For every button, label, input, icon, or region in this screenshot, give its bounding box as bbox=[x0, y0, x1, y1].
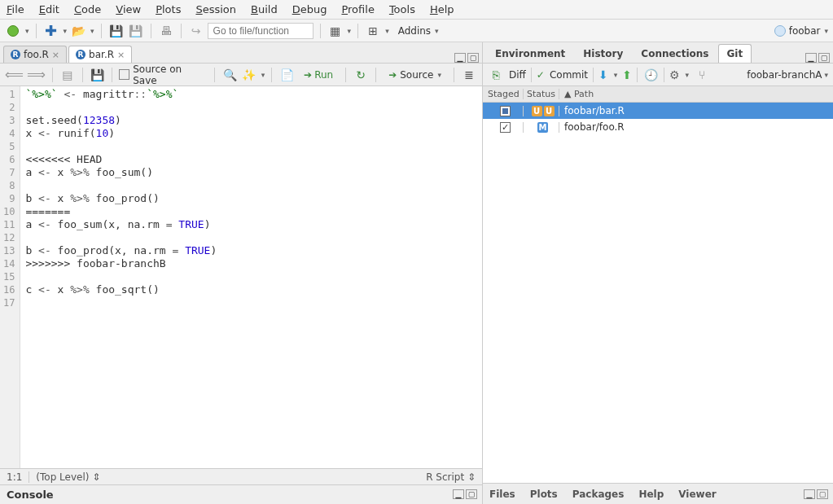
cursor-pos: 1:1 bbox=[7, 471, 22, 483]
wand-icon[interactable]: ✨ bbox=[241, 67, 257, 83]
compile-icon[interactable]: 📄 bbox=[278, 67, 295, 83]
close-icon[interactable]: × bbox=[52, 50, 59, 60]
push-icon[interactable]: ⬆ bbox=[622, 68, 632, 81]
git-path: foobar/foo.R bbox=[559, 121, 833, 133]
new-file-icon[interactable] bbox=[5, 23, 21, 39]
staged-checkbox[interactable] bbox=[500, 122, 511, 133]
minimize-icon[interactable]: ▁ bbox=[454, 53, 466, 63]
history-icon[interactable]: 🕘 bbox=[642, 67, 659, 83]
commit-check-icon: ✓ bbox=[537, 69, 545, 81]
goto-file-input[interactable] bbox=[208, 23, 313, 39]
outline-icon[interactable]: ≣ bbox=[461, 67, 477, 83]
rerun-icon[interactable]: ↻ bbox=[353, 67, 369, 83]
tab-viewer[interactable]: Viewer bbox=[678, 489, 716, 500]
dropdown-icon[interactable]: ▾ bbox=[385, 27, 389, 35]
col-staged-header[interactable]: Staged bbox=[483, 89, 524, 99]
menu-file[interactable]: File bbox=[7, 3, 24, 15]
console-tab[interactable]: Console bbox=[7, 489, 54, 501]
top-right-tabs: EnvironmentHistoryConnectionsGit ▁ ▢ bbox=[483, 42, 833, 64]
status-U-icon: U bbox=[544, 106, 555, 116]
new-branch-icon[interactable]: ⑂ bbox=[694, 67, 710, 83]
code-editor[interactable]: 1234567891011121314151617 `%>%` <- magri… bbox=[0, 86, 482, 468]
scope-selector[interactable]: (Top Level) ⇕ bbox=[36, 471, 100, 483]
menu-help[interactable]: Help bbox=[430, 3, 454, 15]
tab-label: bar.R bbox=[89, 49, 114, 60]
tab-bar-R[interactable]: Rbar.R× bbox=[68, 46, 132, 63]
dropdown-icon[interactable]: ▾ bbox=[614, 71, 618, 79]
tab-environment[interactable]: Environment bbox=[486, 44, 574, 63]
back-icon[interactable]: ⟸ bbox=[5, 67, 24, 82]
git-row[interactable]: Mfoobar/foo.R bbox=[483, 119, 833, 135]
menu-debug[interactable]: Debug bbox=[292, 3, 327, 15]
maximize-icon[interactable]: ▢ bbox=[466, 489, 477, 499]
dropdown-icon[interactable]: ▾ bbox=[261, 71, 265, 79]
git-row[interactable]: UUfoobar/bar.R bbox=[483, 103, 833, 119]
menu-profile[interactable]: Profile bbox=[341, 3, 374, 15]
git-table-header: Staged Status ▲ Path bbox=[483, 86, 833, 103]
staged-checkbox[interactable] bbox=[500, 106, 511, 116]
dropdown-icon[interactable]: ▾ bbox=[686, 71, 690, 79]
panes-icon[interactable]: ⊞ bbox=[365, 23, 381, 39]
col-path-header[interactable]: ▲ Path bbox=[559, 89, 833, 99]
show-in-new-icon[interactable]: ▤ bbox=[59, 67, 76, 83]
r-file-icon: R bbox=[76, 50, 85, 59]
tab-plots[interactable]: Plots bbox=[530, 489, 558, 500]
menu-code[interactable]: Code bbox=[74, 3, 101, 15]
dropdown-icon[interactable]: ▾ bbox=[64, 27, 68, 35]
addins-button[interactable]: Addins ▾ bbox=[392, 23, 445, 39]
lang-selector[interactable]: R Script ⇕ bbox=[426, 471, 476, 483]
dropdown-icon[interactable]: ▾ bbox=[824, 71, 828, 79]
editor-tabs: Rfoo.R×Rbar.R× ▁ ▢ bbox=[0, 42, 482, 64]
save-all-icon[interactable]: 💾 bbox=[128, 23, 144, 39]
tab-foo-R[interactable]: Rfoo.R× bbox=[3, 46, 67, 63]
tab-label: foo.R bbox=[24, 49, 49, 60]
maximize-icon[interactable]: ▢ bbox=[818, 53, 830, 63]
col-status-header[interactable]: Status bbox=[524, 89, 559, 99]
tab-packages[interactable]: Packages bbox=[572, 489, 625, 500]
menu-tools[interactable]: Tools bbox=[389, 3, 415, 15]
minimize-icon[interactable]: ▁ bbox=[805, 53, 817, 63]
new-project-icon[interactable]: ✚ bbox=[43, 23, 59, 39]
save-icon[interactable]: 💾 bbox=[108, 23, 125, 39]
tab-connections[interactable]: Connections bbox=[632, 44, 717, 63]
branch-selector[interactable]: foobar-branchA bbox=[747, 69, 822, 81]
menu-session[interactable]: Session bbox=[195, 3, 236, 15]
source-on-save-label: Source on Save bbox=[133, 64, 208, 86]
tab-history[interactable]: History bbox=[574, 44, 632, 63]
dropdown-icon[interactable]: ▾ bbox=[90, 27, 94, 35]
git-path: foobar/bar.R bbox=[559, 105, 833, 116]
forward-icon[interactable]: ⟹ bbox=[27, 67, 46, 82]
grid-icon[interactable]: ▦ bbox=[327, 23, 344, 39]
dropdown-icon[interactable]: ▾ bbox=[824, 27, 828, 35]
tab-help[interactable]: Help bbox=[638, 489, 664, 500]
tab-files[interactable]: Files bbox=[489, 489, 515, 500]
source-on-save-checkbox[interactable] bbox=[119, 69, 129, 80]
maximize-icon[interactable]: ▢ bbox=[467, 53, 479, 63]
git-toolbar: ⎘ Diff ✓ Commit ⬇▾ ⬆ 🕘 ⚙▾ ⑂ foobar-branc… bbox=[483, 64, 833, 86]
maximize-icon[interactable]: ▢ bbox=[817, 489, 828, 499]
run-button[interactable]: ➔ Run bbox=[298, 67, 339, 83]
commit-button[interactable]: Commit bbox=[550, 69, 588, 81]
menu-view[interactable]: View bbox=[116, 3, 141, 15]
diff-button[interactable]: Diff bbox=[509, 69, 526, 81]
tab-git[interactable]: Git bbox=[718, 44, 752, 63]
menu-build[interactable]: Build bbox=[251, 3, 278, 15]
minimize-icon[interactable]: ▁ bbox=[804, 489, 815, 499]
diff-icon[interactable]: ⎘ bbox=[488, 67, 504, 83]
status-U-icon: U bbox=[532, 106, 542, 116]
print-icon[interactable]: 🖶 bbox=[158, 23, 174, 39]
open-icon[interactable]: 📂 bbox=[70, 23, 86, 39]
find-icon[interactable]: 🔍 bbox=[221, 67, 238, 83]
more-gear-icon[interactable]: ⚙ bbox=[669, 68, 680, 81]
console-panel-header: Console ▁ ▢ bbox=[0, 484, 482, 504]
close-icon[interactable]: × bbox=[117, 50, 125, 60]
pull-icon[interactable]: ⬇ bbox=[598, 68, 608, 81]
save-icon[interactable]: 💾 bbox=[90, 67, 106, 83]
source-button[interactable]: ➔ Source ▾ bbox=[383, 67, 447, 83]
dropdown-icon[interactable]: ▾ bbox=[348, 27, 352, 35]
dropdown-icon[interactable]: ▾ bbox=[25, 27, 29, 35]
minimize-icon[interactable]: ▁ bbox=[453, 489, 464, 499]
menu-plots[interactable]: Plots bbox=[156, 3, 181, 15]
project-name[interactable]: foobar bbox=[789, 25, 821, 37]
menu-edit[interactable]: Edit bbox=[39, 3, 59, 15]
